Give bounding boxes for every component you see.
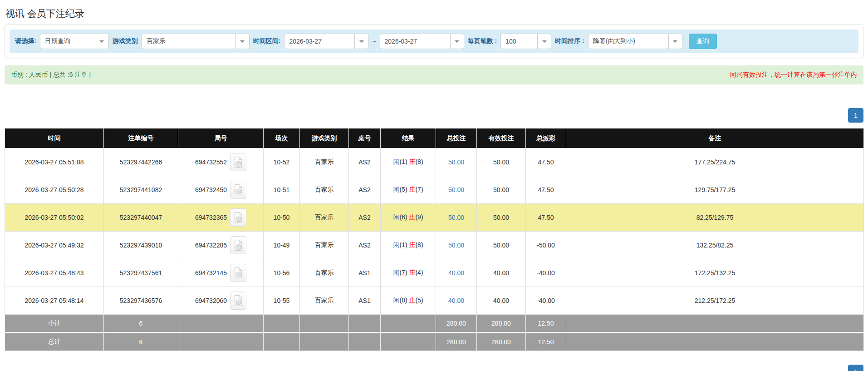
game-type-select[interactable]: 百家乐	[142, 34, 250, 49]
cell-session: 10-55	[264, 287, 300, 315]
footer-total-bet: 280.00	[436, 315, 477, 333]
result-player-label: 闲	[393, 297, 399, 304]
footer-game	[300, 315, 349, 333]
table-row: 2026-03-27 05:48:43523297437561694732145…	[5, 259, 864, 287]
footer-result	[381, 315, 436, 333]
cell-total-bet[interactable]: 40.00	[436, 287, 477, 315]
cell-result: 闲(7) 庄(4)	[381, 259, 436, 287]
column-header: 桌号	[349, 129, 381, 148]
filter-panel: 请选择: 日期查询 游戏类别 百家乐 时间区间: 2026-03-27 ~ 20…	[5, 25, 863, 58]
cell-time: 2026-03-27 05:48:43	[5, 259, 104, 287]
cell-payout: -50.00	[526, 232, 566, 259]
chevron-down-icon	[537, 34, 551, 49]
footer-session	[264, 315, 300, 333]
cell-note: 82.25/129.75	[566, 204, 864, 232]
video-record-icon[interactable]	[230, 153, 246, 171]
cell-result: 闲(1) 庄(8)	[381, 232, 436, 259]
cell-valid-bet: 40.00	[477, 287, 526, 315]
column-header: 备注	[566, 129, 864, 148]
date-from-value: 2026-03-27	[284, 38, 354, 45]
video-record-icon[interactable]	[230, 181, 246, 199]
footer-session	[264, 333, 300, 351]
result-player-label: 闲	[393, 213, 399, 221]
cell-note: 172.25/132.25	[566, 259, 864, 287]
page-1-button[interactable]: 1	[848, 365, 863, 371]
cell-session: 10-52	[264, 148, 300, 176]
cell-time: 2026-03-27 05:50:28	[5, 176, 104, 204]
cell-total-bet[interactable]: 50.00	[436, 204, 477, 232]
date-to-value: 2026-03-27	[380, 38, 450, 45]
time-range-label: 时间区间:	[253, 37, 281, 45]
footer-round	[178, 333, 264, 351]
result-player-count: (8)	[399, 297, 409, 304]
cell-payout: 47.50	[526, 204, 566, 232]
cell-total-bet[interactable]: 50.00	[436, 232, 477, 259]
date-from-select[interactable]: 2026-03-27	[284, 34, 368, 49]
game-type-value: 百家乐	[142, 37, 235, 45]
sort-label: 时间排序 :	[555, 37, 584, 45]
video-record-icon[interactable]	[230, 264, 246, 282]
cell-table-no: AS1	[349, 287, 381, 315]
table-row: 2026-03-27 05:48:14523297436576694732060…	[5, 287, 864, 315]
result-banker-label: 庄	[409, 269, 415, 276]
footer-label: 小计	[5, 315, 104, 333]
video-record-icon[interactable]	[230, 208, 246, 227]
result-player-count: (5)	[399, 186, 409, 193]
cell-bet-id: 523297437561	[104, 259, 178, 287]
summary-note: 同局有效投注，统一计算在该局第一张注单内	[730, 71, 857, 79]
cell-total-bet[interactable]: 40.00	[436, 259, 477, 287]
footer-valid-bet: 280.00	[477, 333, 526, 351]
result-banker-label: 庄	[409, 241, 415, 248]
cell-game: 百家乐	[300, 148, 349, 176]
cell-total-bet[interactable]: 50.00	[436, 148, 477, 176]
cell-note: 177.25/224.75	[566, 148, 864, 176]
result-player-count: (1)	[399, 241, 409, 248]
search-button[interactable]: 查询	[689, 34, 717, 49]
cell-bet-id: 523297440047	[104, 204, 178, 232]
date-to-select[interactable]: 2026-03-27	[380, 34, 464, 49]
round-id-text: 694732365	[195, 214, 227, 221]
cell-round-id: 694732365	[178, 204, 264, 232]
sort-select[interactable]: 降幂(由大到小)	[588, 34, 682, 49]
cell-round-id: 694732060	[178, 287, 264, 315]
total-bet-link: 40.00	[448, 297, 464, 304]
cell-bet-id: 523297441082	[104, 176, 178, 204]
result-banker-label: 庄	[409, 213, 415, 221]
cell-note: 129.75/177.25	[566, 176, 864, 204]
cell-result: 闲(6) 庄(9)	[381, 204, 436, 232]
cell-session: 10-51	[264, 176, 300, 204]
page-size-value: 100	[501, 38, 537, 45]
result-banker-label: 庄	[409, 186, 415, 193]
cell-bet-id: 523297442266	[104, 148, 178, 176]
page-size-label: 每页笔数 :	[468, 37, 497, 45]
result-banker-count: (5)	[415, 297, 423, 304]
result-player-count: (1)	[399, 158, 409, 165]
round-id-text: 694732450	[195, 186, 227, 193]
total-bet-link: 50.00	[448, 186, 464, 193]
total-bet-link: 40.00	[448, 269, 464, 277]
pagination-top: 1	[5, 108, 863, 123]
cell-round-id: 694732552	[178, 148, 264, 176]
footer-round	[178, 315, 264, 333]
page-title: 视讯 会员下注纪录	[5, 7, 863, 20]
footer-result	[381, 333, 436, 351]
column-header: 注单编号	[104, 129, 178, 148]
table-row: 2026-03-27 05:50:28523297441082694732450…	[5, 176, 864, 204]
page-1-button[interactable]: 1	[848, 108, 863, 123]
table-header-row: 时间注单编号局号场次游戏类别桌号结果总投注有效投注总派彩备注	[5, 129, 864, 148]
query-type-select[interactable]: 日期查询	[40, 34, 109, 49]
footer-count: 6	[104, 333, 178, 351]
column-header: 结果	[381, 129, 436, 148]
page: 视讯 会员下注纪录 请选择: 日期查询 游戏类别 百家乐 时间区间: 2026-…	[0, 7, 868, 371]
chevron-down-icon	[95, 34, 108, 49]
cell-bet-id: 523297436576	[104, 287, 178, 315]
result-banker-label: 庄	[409, 297, 415, 304]
page-size-select[interactable]: 100	[500, 34, 551, 49]
cell-time: 2026-03-27 05:49:32	[5, 232, 104, 259]
cell-bet-id: 523297439010	[104, 232, 178, 259]
column-header: 总投注	[436, 129, 477, 148]
cell-game: 百家乐	[300, 204, 349, 232]
cell-total-bet[interactable]: 50.00	[436, 176, 477, 204]
video-record-icon[interactable]	[230, 236, 246, 254]
video-record-icon[interactable]	[230, 292, 246, 310]
